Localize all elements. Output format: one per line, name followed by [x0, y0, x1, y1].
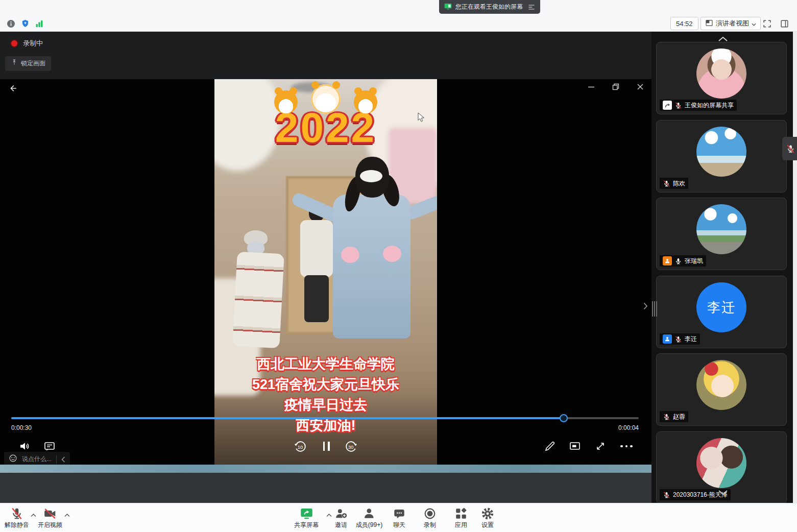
members-button[interactable]: 成员(99+) [356, 506, 382, 529]
scroll-up-chevron[interactable] [716, 35, 730, 43]
security-shield-icon[interactable] [19, 18, 31, 29]
record-label: 录制 [423, 521, 437, 529]
minimize-button[interactable] [586, 82, 596, 92]
remaining-time: 0:00:04 [618, 424, 639, 431]
unmute-button[interactable]: 解除静音 [5, 506, 29, 529]
forward-30-button[interactable]: 30 [343, 439, 358, 454]
side-panel-toggle-button[interactable] [778, 17, 790, 30]
network-signal-icon[interactable] [34, 18, 45, 29]
invite-person-icon [334, 506, 348, 520]
record-button[interactable]: 录制 [423, 506, 437, 529]
participant-name-tag: 李迁 [660, 333, 700, 345]
meeting-info-icon[interactable] [5, 18, 16, 29]
back-button[interactable] [7, 82, 19, 94]
fullscreen-expand-button[interactable] [593, 439, 608, 454]
mic-muted-icon [674, 102, 682, 109]
screen-share-monitor-icon [444, 3, 452, 12]
window-edge-strip [793, 32, 797, 503]
window-controls [586, 82, 645, 92]
apps-button[interactable]: 应用 [454, 506, 468, 529]
participant-avatar: 李迁 [696, 282, 746, 332]
sidebar-expand-chevron[interactable] [641, 300, 649, 311]
elapsed-time: 0:00:30 [11, 424, 32, 431]
share-screen-button[interactable]: 共享屏幕 [294, 506, 319, 529]
scroll-down-chevron[interactable] [716, 488, 730, 496]
progress-knob[interactable] [560, 414, 568, 422]
participant-name: 王俊如的屏幕共享 [685, 101, 734, 110]
pause-button[interactable] [319, 439, 334, 454]
heart-pocket-graphic [383, 246, 401, 262]
participant-name-tag: 赵蓉 [660, 411, 688, 422]
annotate-pencil-button[interactable] [542, 439, 558, 454]
member-badge-icon [663, 256, 672, 265]
participant-avatar [696, 438, 746, 488]
chat-button[interactable]: 聊天 [393, 506, 406, 529]
start-video-label: 开启视频 [38, 521, 62, 529]
watching-banner-text: 您正在观看王俊如的屏幕 [455, 3, 523, 11]
participant-name: 张瑞凯 [685, 257, 703, 265]
participant-name-tag: 陈欢 [660, 178, 688, 189]
view-mode-button[interactable]: 演讲者视图 [701, 17, 761, 30]
lock-view-button[interactable]: 锁定画面 [5, 56, 51, 71]
rewind-10-button[interactable]: 10 [293, 439, 308, 454]
settings-button[interactable]: 设置 [481, 506, 494, 529]
view-mode-label: 演讲者视图 [716, 19, 749, 28]
participant-tile-4[interactable]: 李迁 李迁 [656, 276, 787, 348]
lock-view-label: 锁定画面 [21, 59, 45, 68]
fullscreen-button[interactable] [761, 17, 773, 30]
heart-pocket-graphic [341, 247, 359, 263]
watching-banner: 您正在观看王俊如的屏幕 [439, 0, 540, 14]
participant-tile-5[interactable]: 赵蓉 [656, 353, 787, 426]
participant-name: 赵蓉 [673, 413, 685, 421]
meeting-timer: 54:52 [670, 17, 698, 30]
video-content[interactable]: 2022 西北工业大学生命学院 521宿舍祝大家元旦快乐 疫情早日过去 西安加油… [214, 79, 437, 465]
participant-tile-1[interactable]: 王俊如的屏幕共享 [656, 42, 787, 114]
member-badge-icon [663, 334, 672, 344]
close-button[interactable] [635, 82, 645, 92]
participant-name: 陈欢 [673, 179, 685, 188]
participant-avatar [696, 49, 746, 99]
participant-avatar [696, 360, 746, 410]
participant-name-tag: 张瑞凯 [660, 255, 706, 267]
participant-tile-2[interactable]: 陈欢 [656, 120, 787, 192]
participant-tile-3[interactable]: 张瑞凯 [656, 198, 787, 270]
ellipsis-icon [620, 445, 633, 448]
mic-on-icon [674, 257, 682, 265]
recording-indicator: 录制中 [11, 39, 43, 48]
share-options-chevron[interactable] [325, 512, 332, 518]
layout-icon [705, 19, 713, 29]
dancer-main-figure [333, 195, 410, 338]
more-options-button[interactable] [619, 439, 634, 454]
video-progress-bar[interactable] [11, 417, 639, 419]
comment-bar[interactable]: 说点什么... [4, 452, 70, 465]
caption-line: 疫情早日过去 [214, 395, 437, 415]
invite-button[interactable]: 邀请 [334, 506, 348, 529]
emoji-icon[interactable] [9, 454, 17, 465]
pin-icon [11, 59, 18, 69]
participant-name: 李迁 [685, 335, 697, 344]
video-player-window: 2022 西北工业大学生命学院 521宿舍祝大家元旦快乐 疫情早日过去 西安加油… [0, 79, 651, 465]
start-video-button[interactable]: 开启视频 [38, 506, 62, 529]
participant-avatar [696, 127, 746, 177]
sidebar-drag-handle[interactable] [652, 301, 657, 317]
comment-input[interactable]: 说点什么... [22, 455, 52, 464]
desktop-wallpaper-strip [0, 465, 651, 473]
banner-menu-icon[interactable] [528, 4, 535, 10]
mini-player-button[interactable] [567, 439, 583, 454]
collapse-comment-icon[interactable] [61, 456, 65, 463]
new-year-graphic: 2022 [214, 84, 437, 149]
video-options-chevron[interactable] [63, 512, 70, 518]
rewind-seconds-label: 10 [293, 444, 308, 450]
record-circle-icon [423, 506, 437, 520]
progress-played [11, 417, 564, 419]
apps-label: 应用 [454, 521, 468, 529]
screen-share-badge-icon [663, 101, 672, 110]
mic-muted-icon [5, 506, 29, 520]
share-screen-label: 共享屏幕 [294, 521, 319, 529]
floating-mute-button[interactable] [782, 137, 797, 160]
top-toolbar: 54:52 演讲者视图 [0, 0, 797, 32]
mic-options-chevron[interactable] [30, 512, 37, 518]
gear-icon [481, 506, 494, 520]
tiger-mascot-icon [354, 90, 377, 114]
restore-button[interactable] [611, 82, 621, 92]
